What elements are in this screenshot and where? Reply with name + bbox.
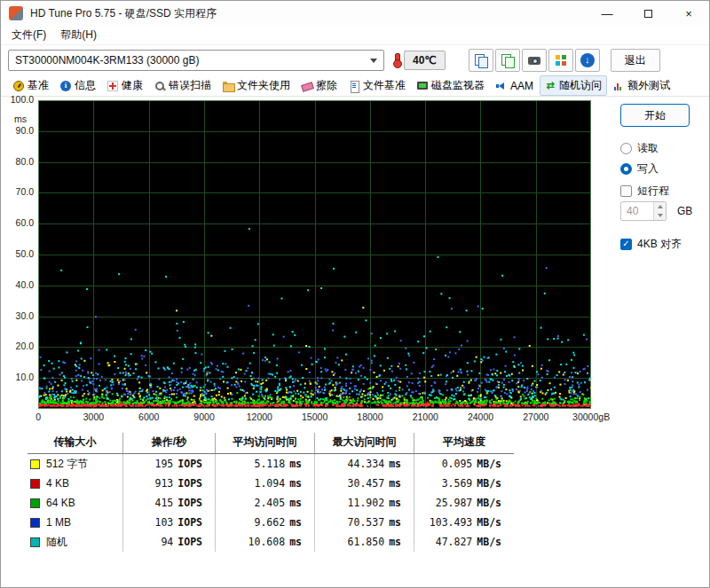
- short-stroke-checkbox[interactable]: 短行程: [620, 184, 669, 199]
- menu-help[interactable]: 帮助(H): [53, 25, 104, 45]
- tab-erase[interactable]: 擦除: [296, 75, 343, 96]
- title-bar: HD Tune Pro 5.75 - 硬盘/SSD 实用程序 — ×: [1, 1, 709, 26]
- results-table-header: 传输大小操作/秒平均访问时间最大访问时间平均速度: [28, 433, 514, 454]
- transfer-size-label: 4 KB: [46, 477, 69, 490]
- menu-bar: 文件(F) 帮助(H): [1, 26, 709, 45]
- x-axis-tick-label: 3000: [66, 412, 121, 422]
- download-icon: [580, 53, 595, 67]
- tab-file-benchmark[interactable]: 文件基准: [343, 75, 411, 96]
- results-table-body: 512 字节 195IOPS 5.118ms 44.334ms 0.095MB/…: [28, 454, 514, 552]
- x-axis-tick-label: 21000: [398, 412, 453, 422]
- column-header: 平均访问时间: [216, 433, 315, 453]
- series-color-swatch: [30, 537, 40, 547]
- copy-text-icon: [474, 53, 488, 67]
- x-axis-tick-label: 24000: [453, 412, 508, 422]
- tab-label: 信息: [75, 78, 96, 93]
- checkbox-icon: [620, 185, 632, 197]
- read-radio[interactable]: 读取: [620, 141, 659, 156]
- maximize-button[interactable]: [627, 1, 668, 26]
- column-header: 平均速度: [414, 433, 514, 453]
- series-color-swatch: [30, 479, 40, 489]
- update-button[interactable]: [575, 49, 600, 72]
- write-radio[interactable]: 写入: [620, 161, 659, 176]
- app-icon[interactable]: [9, 6, 23, 20]
- y-axis-tick-label: 70.0: [1, 187, 34, 218]
- avg-access-time-value: 2.405ms: [216, 493, 315, 513]
- iops-value: 94IOPS: [123, 532, 216, 552]
- exit-button[interactable]: 退出: [611, 49, 660, 72]
- short-stroke-value: 40: [621, 202, 653, 220]
- minimize-icon: —: [602, 7, 613, 20]
- tab-label: 文件夹使用: [237, 78, 290, 93]
- mode-radio-group: 读取 写入: [620, 141, 659, 176]
- y-axis-tick-label: 10.0: [1, 372, 34, 404]
- random-access-icon: [545, 81, 556, 91]
- transfer-size-label: 64 KB: [46, 497, 75, 509]
- tab-label: AAM: [510, 80, 533, 92]
- avg-access-time-value: 10.608ms: [216, 532, 315, 552]
- column-header: 操作/秒: [123, 433, 216, 453]
- spin-up-button[interactable]: [654, 202, 666, 211]
- table-row: 随机 94IOPS 10.608ms 61.850ms 47.827MB/s: [28, 532, 514, 552]
- menu-file[interactable]: 文件(F): [4, 25, 53, 45]
- y-axis-tick-label: 60.0: [1, 218, 34, 249]
- tab-label: 基准: [28, 78, 49, 93]
- benchmark-icon: [13, 81, 24, 91]
- 4kb-align-checkbox[interactable]: 4KB 对齐: [620, 237, 682, 252]
- maximize-icon: [644, 10, 652, 18]
- iops-value: 913IOPS: [123, 474, 216, 493]
- column-header: 最大访问时间: [315, 433, 414, 453]
- tab-folder-usage[interactable]: 文件夹使用: [217, 75, 296, 96]
- tab-health[interactable]: 健康: [102, 75, 148, 96]
- tab-label: 随机访问: [559, 78, 602, 93]
- 4kb-align-label: 4KB 对齐: [637, 237, 682, 252]
- table-row: 4 KB 913IOPS 1.094ms 30.457ms 3.569MB/s: [28, 474, 514, 493]
- copy-image-button[interactable]: [495, 49, 520, 72]
- health-icon: [107, 81, 118, 91]
- options-button[interactable]: [548, 49, 573, 72]
- temperature-indicator[interactable]: 40℃: [393, 51, 446, 70]
- checkbox-icon: [620, 239, 632, 250]
- extra-tests-icon: [613, 81, 624, 91]
- copy-image-icon: [501, 53, 515, 67]
- info-icon: [60, 81, 71, 91]
- iops-value: 103IOPS: [123, 513, 216, 532]
- tab-label: 擦除: [316, 78, 337, 93]
- start-button[interactable]: 开始: [620, 104, 690, 127]
- write-radio-label: 写入: [637, 161, 659, 176]
- close-button[interactable]: ×: [668, 1, 709, 26]
- tab-extra-tests[interactable]: 额外测试: [608, 75, 675, 96]
- tab-error-scan[interactable]: 错误扫描: [149, 75, 217, 96]
- x-axis-tick-label: 27000: [509, 412, 564, 422]
- iops-value: 415IOPS: [123, 493, 216, 513]
- max-access-time-value: 61.850ms: [315, 532, 414, 552]
- screenshot-button[interactable]: [522, 49, 547, 72]
- tab-disk-monitor[interactable]: 磁盘监视器: [412, 75, 490, 96]
- thermometer-icon: [393, 53, 400, 68]
- minimize-button[interactable]: —: [587, 1, 627, 26]
- tab-aam[interactable]: AAM: [491, 77, 539, 95]
- camera-icon: [527, 53, 541, 67]
- avg-speed-value: 47.827MB/s: [414, 532, 514, 552]
- tab-label: 健康: [122, 78, 143, 93]
- tab-benchmark[interactable]: 基准: [8, 75, 54, 96]
- table-row: 512 字节 195IOPS 5.118ms 44.334ms 0.095MB/…: [28, 454, 514, 474]
- access-time-plot: [38, 100, 591, 409]
- transfer-size-label: 随机: [46, 535, 67, 550]
- radio-icon: [620, 163, 632, 175]
- avg-speed-value: 103.493MB/s: [414, 513, 514, 532]
- read-radio-label: 读取: [637, 141, 659, 156]
- copy-text-button[interactable]: [469, 49, 493, 72]
- folder-usage-icon: [223, 81, 233, 91]
- tab-label: 磁盘监视器: [431, 78, 485, 93]
- y-axis-tick-label: 20.0: [1, 341, 34, 372]
- error-scan-icon: [154, 81, 165, 91]
- max-access-time-value: 44.334ms: [315, 454, 414, 474]
- spin-down-button[interactable]: [654, 211, 666, 220]
- tab-info[interactable]: 信息: [55, 75, 101, 96]
- drive-selector[interactable]: ST30000NM004K-3RM133 (30000 gB): [8, 50, 384, 71]
- tab-random-access[interactable]: 随机访问: [540, 75, 607, 96]
- short-stroke-input[interactable]: 40: [620, 201, 667, 221]
- column-header: 传输大小: [28, 433, 123, 453]
- iops-value: 195IOPS: [123, 454, 216, 474]
